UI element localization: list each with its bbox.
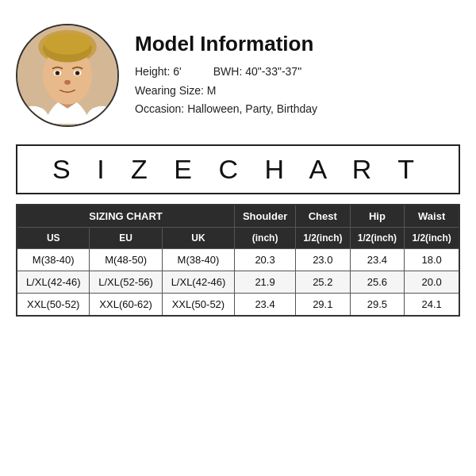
- occasion-label: Occasion: Halloween, Party, Birthday: [135, 102, 317, 115]
- height-label: Height: 6': [135, 63, 182, 82]
- table-cell: XXL(50-52): [17, 294, 90, 317]
- table-cell: 21.9: [235, 271, 296, 294]
- table-cell: M(38-40): [162, 249, 234, 271]
- table-row: L/XL(42-46)L/XL(52-56)L/XL(42-46)21.925.…: [17, 271, 459, 294]
- table-cell: 18.0: [405, 249, 459, 271]
- table-cell: XXL(50-52): [162, 294, 234, 317]
- svg-point-12: [64, 80, 71, 85]
- svg-point-11: [76, 72, 79, 75]
- eu-header: EU: [90, 228, 162, 249]
- waist-unit-header: 1/2(inch): [405, 228, 459, 249]
- model-info: Model Information Height: 6' BWH: 40"-33…: [135, 32, 460, 119]
- table-cell: 23.4: [235, 294, 296, 317]
- table-row: XXL(50-52)XXL(60-62)XXL(50-52)23.429.129…: [17, 294, 459, 317]
- chest-col-header: Chest: [295, 205, 350, 228]
- table-cell: 29.1: [295, 294, 350, 317]
- svg-point-5: [44, 33, 90, 55]
- table-cell: 24.1: [405, 294, 459, 317]
- us-header: US: [17, 228, 90, 249]
- hip-col-header: Hip: [350, 205, 405, 228]
- svg-point-8: [56, 72, 59, 75]
- shoulder-col-header: Shoulder: [235, 205, 296, 228]
- shoulder-unit-header: (inch): [235, 228, 296, 249]
- uk-header: UK: [162, 228, 234, 249]
- table-cell: 25.2: [295, 271, 350, 294]
- sizing-table: SIZING CHART Shoulder Chest Hip Waist US…: [16, 204, 460, 317]
- model-title: Model Information: [135, 32, 460, 56]
- table-cell: 20.3: [235, 249, 296, 271]
- table-cell: 20.0: [405, 271, 459, 294]
- model-section: Model Information Height: 6' BWH: 40"-33…: [16, 16, 460, 135]
- table-cell: 25.6: [350, 271, 405, 294]
- wearing-label: Wearing Size: M: [135, 84, 216, 97]
- sizing-chart-col-header: SIZING CHART: [17, 205, 235, 228]
- table-row: M(38-40)M(48-50)M(38-40)20.323.023.418.0: [17, 249, 459, 271]
- table-cell: 23.4: [350, 249, 405, 271]
- table-cell: 29.5: [350, 294, 405, 317]
- table-cell: M(48-50): [90, 249, 162, 271]
- table-cell: L/XL(52-56): [90, 271, 162, 294]
- table-cell: M(38-40): [17, 249, 90, 271]
- avatar: [16, 24, 119, 127]
- bwh-label: BWH: 40"-33"-37": [213, 63, 301, 82]
- table-cell: XXL(60-62): [90, 294, 162, 317]
- chest-unit-header: 1/2(inch): [295, 228, 350, 249]
- model-details: Height: 6' BWH: 40"-33"-37" Wearing Size…: [135, 63, 460, 119]
- waist-col-header: Waist: [405, 205, 459, 228]
- table-cell: L/XL(42-46): [17, 271, 90, 294]
- hip-unit-header: 1/2(inch): [350, 228, 405, 249]
- table-cell: L/XL(42-46): [162, 271, 234, 294]
- table-cell: 23.0: [295, 249, 350, 271]
- page-container: Model Information Height: 6' BWH: 40"-33…: [0, 0, 476, 476]
- size-chart-header: S I Z E C H A R T: [16, 144, 460, 194]
